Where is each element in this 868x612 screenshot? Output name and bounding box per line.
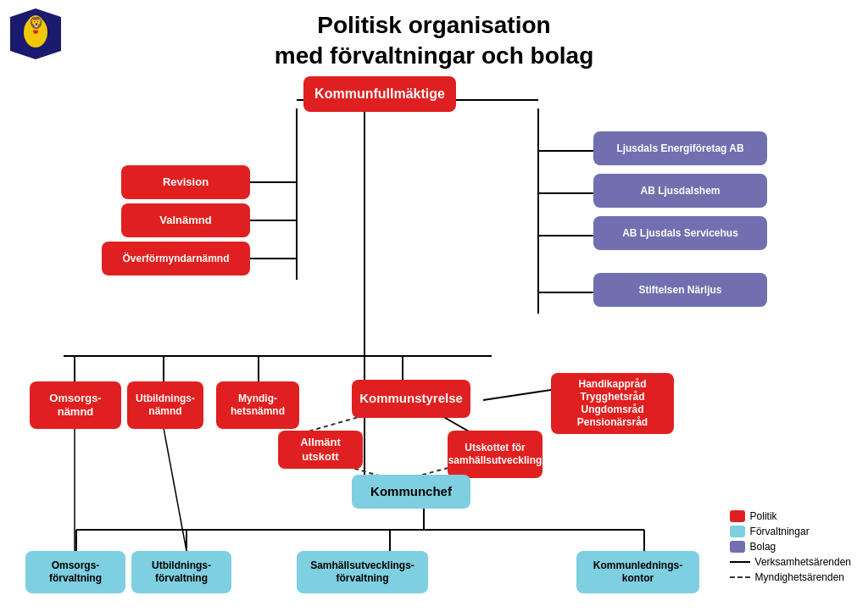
rad-box: Handikappråd Trygghetsråd Ungdomsråd Pen… (551, 373, 674, 434)
svg-text:🦁: 🦁 (29, 16, 44, 31)
revision-box: Revision (121, 165, 250, 199)
legend-color-politik (730, 510, 745, 522)
kommunstyrelse-box: Kommunstyrelse (352, 380, 470, 418)
omsorgsforvaltning-box: Omsorgs-förvaltning (25, 551, 125, 593)
ab-ljusdals-servicehus-box: AB Ljusdals Servicehus (593, 216, 767, 250)
legend-color-forvaltningar (730, 526, 745, 537)
kommunledningskontor-box: Kommunlednings-kontor (576, 551, 699, 593)
page-title: Politisk organisation med förvaltningar … (0, 0, 868, 72)
logo: 🦁 (10, 8, 61, 59)
svg-line-30 (483, 390, 551, 400)
legend-label-politik: Politik (750, 510, 777, 522)
legend-label-verksamhet: Verksamhetsärenden (755, 556, 851, 568)
myndighetsnamnden-box: Myndig-hetsnämnd (216, 381, 299, 429)
legend-line-myndighet (730, 576, 750, 578)
kommunchef-box: Kommunchef (352, 475, 470, 509)
ljusdals-energi-box: Ljusdals Energiföretag AB (593, 131, 767, 165)
allman-utskott-box: Allmänt utskott (278, 431, 363, 469)
overfomyndarnamnden-box: Överförmyndarnämnd (102, 242, 250, 275)
legend-line-verksamhet (730, 561, 750, 563)
legend: Politik Förvaltningar Bolag Verksamhetsä… (730, 510, 851, 587)
utbildningsnamnden-box: Utbildnings-nämnd (127, 381, 203, 429)
legend-label-bolag: Bolag (750, 541, 776, 553)
samhallsforvaltning-box: Samhällsutvecklings-förvaltning (297, 551, 428, 593)
valnamnden-box: Valnämnd (121, 203, 250, 237)
svg-line-29 (441, 415, 470, 432)
legend-label-myndighet: Myndighetsärenden (755, 571, 844, 583)
legend-label-forvaltningar: Förvaltningar (750, 526, 810, 537)
utskottet-box: Utskottet för samhällsutveckling (448, 431, 542, 478)
ab-ljusdalshem-box: AB Ljusdalshem (593, 174, 767, 208)
kommunfullmaktige-box: Kommunfullmäktige (303, 76, 456, 112)
stiftelsen-narljus-box: Stiftelsen Närljus (593, 273, 767, 307)
omsorgsnamnden-box: Omsorgs-nämnd (30, 381, 121, 429)
utbildningsforvaltning-box: Utbildnings-förvaltning (131, 551, 231, 593)
svg-line-42 (164, 428, 186, 551)
svg-line-28 (305, 415, 364, 432)
legend-color-bolag (730, 541, 745, 553)
